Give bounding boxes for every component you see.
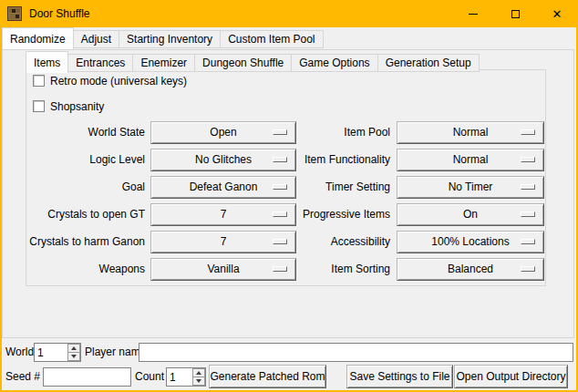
main-tabbar: Randomize Adjust Starting Inventory Cust… (2, 27, 323, 48)
crystals-ganon-label: Crystals to harm Ganon (26, 231, 145, 253)
logic-level-value: No Glitches (195, 150, 252, 170)
worlds-spin-up-button[interactable] (67, 344, 80, 353)
count-spin-buttons (192, 368, 205, 386)
tab-starting-inventory[interactable]: Starting Inventory (119, 30, 221, 48)
tab-dungeon-shuffle[interactable]: Dungeon Shuffle (194, 54, 292, 72)
weapons-label: Weapons (26, 258, 145, 281)
seed-label: Seed # (5, 366, 40, 387)
minimize-icon (469, 14, 478, 15)
tab-items[interactable]: Items (26, 51, 68, 73)
dropdown-indicator-icon (521, 157, 535, 162)
items-tab-panel: Retro mode (universal keys) Shopsanity W… (26, 69, 546, 286)
tab-adjust[interactable]: Adjust (73, 30, 119, 48)
world-state-value: Open (210, 122, 236, 143)
tab-game-options[interactable]: Game Options (291, 54, 377, 72)
shopsanity-checkbox[interactable] (33, 100, 45, 112)
arrow-down-icon (71, 355, 77, 358)
logic-level-label: Logic Level (26, 149, 145, 171)
item-pool-value: Normal (453, 122, 489, 143)
worlds-spin-down-button[interactable] (67, 353, 80, 361)
save-settings-button[interactable]: Save Settings to File (346, 365, 453, 388)
dropdown-indicator-icon (521, 211, 535, 217)
item-pool-label: Item Pool (253, 121, 390, 144)
count-spin-down-button[interactable] (192, 377, 205, 386)
item-pool-dropdown[interactable]: Normal (397, 121, 544, 144)
window-controls: ✕ (452, 0, 578, 27)
arrow-up-icon (196, 371, 201, 375)
goal-value: Defeat Ganon (190, 177, 258, 198)
timer-setting-dropdown[interactable]: No Timer (397, 176, 544, 199)
item-sorting-dropdown[interactable]: Balanced (397, 258, 544, 281)
minimize-button[interactable] (452, 0, 494, 27)
accessibility-label: Accessibility (253, 231, 390, 253)
tab-generation-setup[interactable]: Generation Setup (377, 54, 480, 72)
crystals-gt-value: 7 (221, 204, 227, 225)
world-state-label: World State (26, 121, 145, 144)
app-icon (7, 6, 22, 21)
open-output-directory-button[interactable]: Open Output Directory (454, 365, 568, 388)
window-title: Door Shuffle (29, 7, 90, 20)
close-icon: ✕ (552, 8, 563, 20)
arrow-up-icon (71, 346, 77, 350)
tab-randomize[interactable]: Randomize (2, 27, 74, 49)
tab-custom-item-pool[interactable]: Custom Item Pool (220, 30, 323, 48)
sub-tabbar: Items Entrances Enemizer Dungeon Shuffle… (26, 51, 479, 72)
retro-mode-checkbox[interactable] (33, 75, 45, 87)
progressive-items-value: On (463, 204, 478, 225)
accessibility-dropdown[interactable]: 100% Locations (397, 231, 544, 253)
arrow-down-icon (196, 379, 201, 383)
crystals-gt-label: Crystals to open GT (26, 203, 145, 226)
goal-label: Goal (26, 176, 145, 199)
accessibility-value: 100% Locations (431, 232, 509, 253)
tab-enemizer[interactable]: Enemizer (132, 54, 195, 72)
progressive-items-label: Progressive Items (253, 203, 390, 226)
timer-setting-label: Timer Setting (253, 176, 390, 199)
maximize-icon (511, 10, 520, 18)
crystals-ganon-value: 7 (221, 232, 227, 253)
count-spinbox (166, 367, 206, 387)
timer-setting-value: No Timer (449, 177, 493, 198)
item-functionality-dropdown[interactable]: Normal (397, 149, 544, 171)
generate-patched-rom-button[interactable]: Generate Patched Rom (209, 365, 326, 388)
dropdown-indicator-icon (521, 239, 535, 244)
dropdown-indicator-icon (521, 184, 535, 190)
count-spin-up-button[interactable] (192, 368, 205, 377)
progressive-items-dropdown[interactable]: On (397, 203, 544, 226)
retro-mode-label: Retro mode (universal keys) (50, 75, 187, 88)
titlebar[interactable]: Door Shuffle ✕ (0, 0, 578, 27)
window: Door Shuffle ✕ Retro mode (universal key… (0, 0, 578, 392)
dropdown-indicator-icon (521, 129, 535, 135)
item-functionality-value: Normal (453, 150, 489, 170)
maximize-button[interactable] (494, 0, 536, 27)
worlds-spinbox (34, 343, 81, 362)
item-functionality-label: Item Functionality (253, 149, 390, 171)
close-button[interactable]: ✕ (536, 0, 578, 27)
player-names-input[interactable] (139, 343, 573, 362)
worlds-spin-buttons (67, 344, 80, 361)
item-sorting-label: Item Sorting (253, 258, 390, 281)
client-area: Retro mode (universal keys) Shopsanity W… (2, 27, 576, 390)
tab-entrances[interactable]: Entrances (67, 54, 133, 72)
weapons-value: Vanilla (207, 259, 239, 280)
dropdown-indicator-icon (521, 266, 535, 272)
count-label: Count (135, 366, 164, 387)
item-sorting-value: Balanced (448, 259, 493, 280)
seed-input[interactable] (43, 367, 131, 387)
shopsanity-label: Shopsanity (50, 100, 104, 113)
